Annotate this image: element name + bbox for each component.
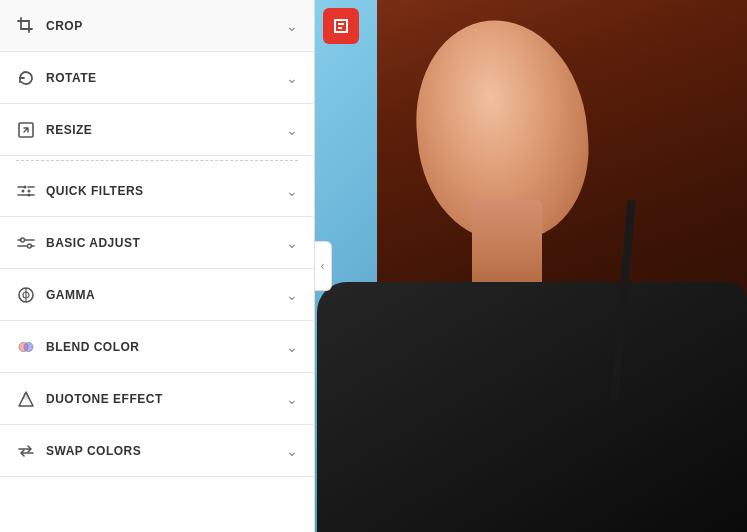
swap-colors-chevron: ⌄	[286, 443, 298, 459]
svg-point-6	[28, 244, 32, 248]
flipboard-icon	[323, 8, 359, 44]
quick-filters-tool[interactable]: QUICK FILTERS ⌄	[0, 165, 314, 217]
photo-background	[315, 0, 747, 532]
blend-color-icon	[16, 337, 36, 357]
blend-color-tool-left: BLEND COLOR	[16, 337, 140, 357]
duotone-icon	[16, 389, 36, 409]
duotone-label: DUOTONE EFFECT	[46, 392, 163, 406]
rotate-tool[interactable]: ROTATE ⌄	[0, 52, 314, 104]
clothing-layer	[317, 282, 747, 532]
gamma-chevron: ⌄	[286, 287, 298, 303]
duotone-chevron: ⌄	[286, 391, 298, 407]
tools-panel: CROP ⌄ ROTATE ⌄ RESIZE	[0, 0, 315, 532]
resize-tool-left: RESIZE	[16, 120, 92, 140]
rotate-label: ROTATE	[46, 71, 97, 85]
quick-filters-tool-left: QUICK FILTERS	[16, 181, 144, 201]
crop-label: CROP	[46, 19, 83, 33]
basic-adjust-label: BASIC ADJUST	[46, 236, 140, 250]
crop-icon	[16, 16, 36, 36]
quick-filters-chevron: ⌄	[286, 183, 298, 199]
svg-point-5	[21, 238, 25, 242]
basic-adjust-icon	[16, 233, 36, 253]
blend-color-chevron: ⌄	[286, 339, 298, 355]
image-area: ‹	[315, 0, 747, 532]
svg-point-4	[28, 193, 31, 196]
crop-chevron: ⌄	[286, 18, 298, 34]
quick-filters-icon	[16, 181, 36, 201]
resize-tool[interactable]: RESIZE ⌄	[0, 104, 314, 156]
swap-colors-icon	[16, 441, 36, 461]
crop-tool[interactable]: CROP ⌄	[0, 0, 314, 52]
collapse-panel-button[interactable]: ‹	[315, 241, 332, 291]
swap-colors-tool-left: SWAP COLORS	[16, 441, 141, 461]
blend-color-label: BLEND COLOR	[46, 340, 140, 354]
blend-color-tool[interactable]: BLEND COLOR ⌄	[0, 321, 314, 373]
gamma-tool-left: GAMMA	[16, 285, 95, 305]
duotone-effect-tool[interactable]: DUOTONE EFFECT ⌄	[0, 373, 314, 425]
collapse-arrow-icon: ‹	[321, 259, 325, 273]
swap-colors-label: SWAP COLORS	[46, 444, 141, 458]
swap-colors-tool[interactable]: SWAP COLORS ⌄	[0, 425, 314, 477]
svg-point-2	[28, 189, 31, 192]
image-panel: ‹	[315, 0, 747, 532]
panel-divider	[16, 160, 298, 161]
basic-adjust-tool-left: BASIC ADJUST	[16, 233, 140, 253]
rotate-tool-left: ROTATE	[16, 68, 97, 88]
svg-point-11	[24, 342, 33, 351]
resize-chevron: ⌄	[286, 122, 298, 138]
basic-adjust-chevron: ⌄	[286, 235, 298, 251]
crop-tool-left: CROP	[16, 16, 83, 36]
quick-filters-label: QUICK FILTERS	[46, 184, 144, 198]
duotone-effect-tool-left: DUOTONE EFFECT	[16, 389, 163, 409]
svg-point-1	[22, 189, 25, 192]
gamma-icon	[16, 285, 36, 305]
resize-icon	[16, 120, 36, 140]
rotate-chevron: ⌄	[286, 70, 298, 86]
resize-label: RESIZE	[46, 123, 92, 137]
svg-point-3	[24, 185, 27, 188]
basic-adjust-tool[interactable]: BASIC ADJUST ⌄	[0, 217, 314, 269]
gamma-label: GAMMA	[46, 288, 95, 302]
gamma-tool[interactable]: GAMMA ⌄	[0, 269, 314, 321]
rotate-icon	[16, 68, 36, 88]
